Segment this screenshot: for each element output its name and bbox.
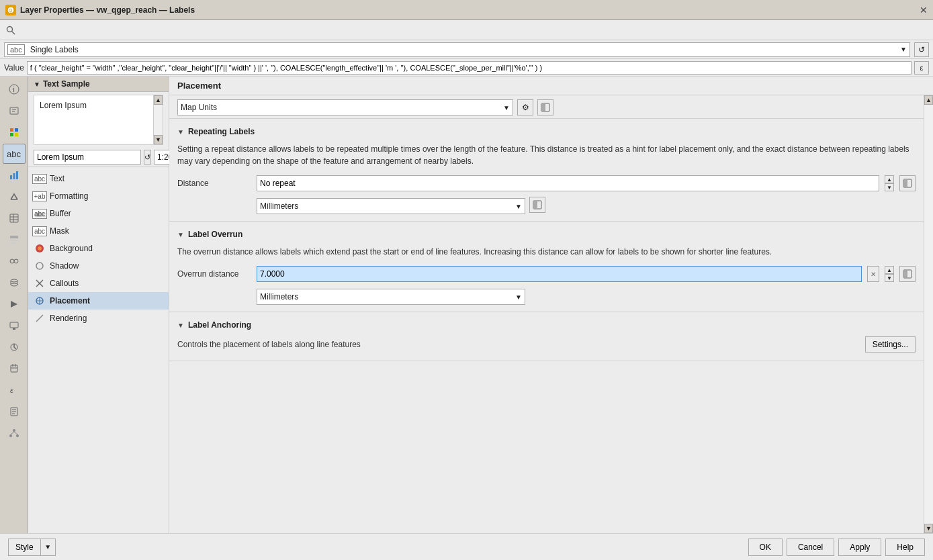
nav-buffer-icon: abc [34, 207, 46, 220]
distance-units-row: Millimeters ▼ [177, 194, 916, 216]
sidebar-icon-labels[interactable]: abc [3, 144, 26, 164]
repeating-labels-title: Repeating Labels [188, 127, 255, 136]
svg-point-2 [7, 26, 13, 32]
main-content: Placement Map Units ▼ ⚙ [169, 77, 933, 533]
sidebar-icon-dependencies[interactable] [3, 423, 26, 443]
label-type-row: abc Single Labels ▼ ↺ [0, 40, 933, 59]
nav-item-background[interactable]: Background [28, 240, 169, 257]
distance-units-select[interactable]: Millimeters ▼ [257, 198, 525, 214]
app-icon: Q [5, 5, 16, 15]
distance-input[interactable] [257, 175, 879, 191]
sidebar-icon-fields[interactable] [3, 208, 26, 228]
sidebar-icon-metadata[interactable] [3, 402, 26, 422]
help-button[interactable]: Help [885, 539, 925, 556]
nav-item-buffer[interactable]: abc Buffer [28, 205, 169, 222]
svg-point-24 [10, 259, 14, 263]
sidebar-icon-3d[interactable] [3, 187, 26, 207]
sidebar-icon-variables[interactable]: ε [3, 380, 26, 400]
nav-item-formatting[interactable]: +ab Formatting [28, 187, 169, 205]
overrun-clear-button[interactable]: ✕ [867, 266, 879, 282]
svg-marker-30 [11, 301, 17, 308]
svg-point-26 [11, 279, 17, 282]
nav-item-rendering[interactable]: Rendering [28, 310, 169, 327]
text-sample-label: Text Sample [43, 79, 90, 89]
label-type-select[interactable]: abc Single Labels ▼ [4, 42, 910, 57]
refresh-button[interactable]: ↺ [144, 150, 151, 165]
left-panel: ▼ Text Sample Lorem Ipsum ▲ ▼ ↺ 1:20 [28, 77, 169, 533]
scroll-down-button[interactable]: ▼ [154, 135, 163, 144]
main-scroll-down[interactable]: ▼ [924, 524, 933, 533]
content-and-scrollbar: Map Units ▼ ⚙ ▼ R [169, 95, 933, 533]
scroll-up-button[interactable]: ▲ [154, 95, 163, 105]
units-select[interactable]: Map Units ▼ [177, 99, 513, 115]
nav-item-mask[interactable]: abc Mask [28, 222, 169, 240]
svg-rect-64 [903, 270, 907, 278]
labels-icon: abc [7, 149, 21, 159]
left-nav: abc Text +ab Formatting abc Buffer abc M… [28, 167, 169, 533]
refresh-icon: ↺ [144, 153, 150, 162]
distance-spinner: ▲ ▼ [885, 175, 894, 191]
nav-callouts-label: Callouts [50, 279, 79, 288]
label-anchoring-header[interactable]: ▼ Label Anchoring [177, 318, 916, 334]
repeating-labels-section: ▼ Repeating Labels Setting a repeat dist… [169, 119, 924, 222]
overrun-spin-up[interactable]: ▲ [885, 266, 894, 274]
nav-item-callouts[interactable]: Callouts [28, 275, 169, 292]
nav-formatting-label: Formatting [50, 191, 88, 201]
sidebar-icon-rendering[interactable] [3, 337, 26, 357]
nav-item-placement[interactable]: Placement [28, 292, 169, 310]
sample-text-input[interactable] [34, 150, 141, 165]
label-overrun-header[interactable]: ▼ Label Overrun [177, 227, 916, 243]
overrun-override-button[interactable] [899, 266, 916, 282]
sidebar-icon-joins[interactable] [3, 251, 26, 271]
sidebar-icon-info[interactable]: i [3, 79, 26, 99]
svg-rect-60 [903, 179, 907, 187]
nav-item-text[interactable]: abc Text [28, 170, 169, 187]
style-dropdown-arrow[interactable]: ▼ [41, 539, 56, 556]
cancel-button[interactable]: Cancel [787, 539, 834, 556]
distance-units-override-button[interactable] [529, 197, 545, 213]
text-sample-section-header[interactable]: ▼ Text Sample [28, 77, 169, 92]
anchoring-collapse-icon: ▼ [177, 322, 184, 329]
value-expression-input[interactable] [27, 61, 912, 75]
nav-item-shadow[interactable]: Shadow [28, 257, 169, 275]
settings-icon: ⚙ [522, 103, 529, 112]
expression-button[interactable]: ε [914, 61, 929, 75]
overrun-input[interactable] [257, 266, 862, 282]
distance-override-button[interactable] [899, 175, 916, 191]
close-button[interactable]: ✕ [920, 5, 928, 15]
panel-area: ▼ Text Sample Lorem Ipsum ▲ ▼ ↺ 1:20 [28, 77, 933, 533]
repeating-labels-header[interactable]: ▼ Repeating Labels [177, 124, 916, 140]
sidebar-icon-actions[interactable] [3, 294, 26, 314]
label-reset-button[interactable]: ↺ [914, 42, 929, 57]
sidebar-icon-symbology[interactable] [3, 122, 26, 142]
apply-button[interactable]: Apply [838, 539, 881, 556]
units-override-button[interactable] [537, 99, 553, 115]
units-settings-button[interactable]: ⚙ [517, 99, 533, 115]
distance-spin-down[interactable]: ▼ [885, 183, 894, 191]
value-row: Value ε [0, 59, 933, 77]
sidebar-icon-auxstorage[interactable] [3, 273, 26, 293]
overrun-units-select[interactable]: Millimeters ▼ [257, 289, 525, 305]
sidebar-icon-attributes[interactable] [3, 230, 26, 250]
svg-rect-9 [10, 128, 13, 132]
epsilon-icon: ε [920, 64, 924, 72]
clear-icon: ✕ [871, 271, 876, 278]
search-icon[interactable] [4, 24, 17, 37]
ok-button[interactable]: OK [748, 539, 783, 556]
sidebar-icon-display[interactable] [3, 316, 26, 336]
bottom-bar: Style ▼ OK Cancel Apply Help [0, 533, 933, 560]
text-sample-box: Lorem Ipsum ▲ ▼ [34, 95, 163, 145]
anchoring-settings-button[interactable]: Settings... [865, 336, 916, 353]
sidebar-icon-diagrams[interactable] [3, 165, 26, 185]
style-button[interactable]: Style [8, 539, 41, 556]
sidebar-icon-source[interactable] [3, 101, 26, 121]
placement-header: Placement [169, 77, 933, 95]
svg-rect-6 [10, 107, 18, 114]
overrun-spin-down[interactable]: ▼ [885, 274, 894, 282]
sidebar-icon-temporal[interactable] [3, 359, 26, 379]
bottom-buttons: OK Cancel Apply Help [748, 539, 925, 556]
anchoring-description: Controls the placement of labels along l… [177, 338, 361, 351]
main-scroll-up[interactable]: ▲ [924, 95, 933, 105]
svg-rect-15 [16, 171, 18, 179]
distance-spin-up[interactable]: ▲ [885, 175, 894, 183]
